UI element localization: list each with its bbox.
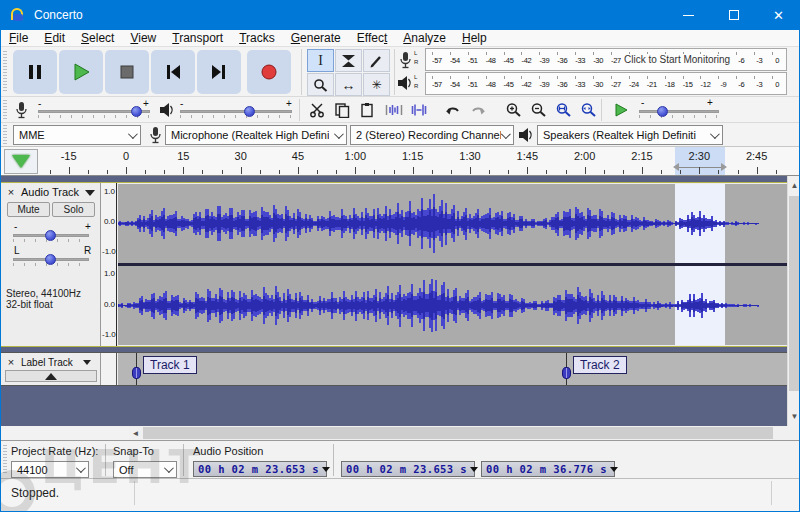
skip-to-end-button[interactable] [197, 50, 241, 94]
solo-button[interactable]: Solo [52, 202, 95, 217]
menu-help[interactable]: Help [454, 30, 495, 47]
menu-select[interactable]: Select [73, 30, 122, 47]
project-rate-select[interactable]: 44100 [11, 461, 89, 478]
mute-button[interactable]: Mute [7, 202, 50, 217]
record-volume-knob[interactable] [131, 106, 142, 117]
menu-file[interactable]: File [1, 30, 36, 47]
recording-channels-select[interactable]: 2 (Stereo) Recording Channels [350, 125, 514, 145]
cut-button[interactable] [305, 99, 329, 121]
record-button[interactable] [247, 50, 291, 94]
zoom-tool-button[interactable] [307, 73, 334, 96]
menu-transport[interactable]: Transport [164, 30, 231, 47]
menu-effect[interactable]: Effect [349, 30, 395, 47]
skip-to-start-button[interactable] [151, 50, 195, 94]
scroll-left-icon[interactable]: ◄ [129, 426, 142, 440]
horizontal-scroll-thumb[interactable] [143, 427, 773, 439]
time-shift-tool-button[interactable]: ↔ [335, 73, 362, 96]
redo-button[interactable] [466, 99, 490, 121]
timebox-dropdown-icon[interactable] [610, 467, 618, 472]
title-bar[interactable]: Concerto ✕ [1, 0, 800, 30]
audio-position-display[interactable]: 00 h 02 m 23.653 s [193, 461, 327, 477]
menu-generate[interactable]: Generate [283, 30, 349, 47]
selection-tool-button[interactable]: I [307, 49, 334, 72]
play-speed-slider[interactable] [639, 110, 719, 113]
waveform-area[interactable] [118, 184, 787, 345]
track-menu-arrow-icon[interactable] [85, 190, 95, 196]
draw-tool-button[interactable] [363, 49, 390, 72]
paste-button[interactable] [355, 99, 379, 121]
timeline-play-region-button[interactable] [4, 149, 38, 174]
selbar-grip[interactable] [3, 445, 7, 475]
zoom-out-button[interactable] [526, 99, 550, 121]
vertical-scroll-thumb[interactable] [789, 196, 800, 391]
label-text-box[interactable]: Track 1 [143, 356, 197, 374]
snap-to-select[interactable]: Off [113, 461, 177, 478]
menu-edit[interactable]: Edit [36, 30, 73, 47]
maximize-button[interactable] [711, 0, 756, 30]
stop-button[interactable] [105, 50, 149, 94]
label-track-name-menu[interactable]: Label Track [21, 357, 73, 368]
menu-analyze[interactable]: Analyze [395, 30, 454, 47]
pan-knob[interactable] [45, 254, 56, 265]
play-speed-knob[interactable] [657, 106, 668, 117]
zoom-in-button[interactable] [501, 99, 525, 121]
timeline-tick-label: 2:00 [574, 150, 595, 162]
chevron-down-icon [710, 129, 720, 139]
copy-button[interactable] [330, 99, 354, 121]
audio-host-select[interactable]: MME [13, 125, 141, 145]
track-name-menu[interactable]: Audio Track [21, 186, 79, 198]
close-button[interactable]: ✕ [756, 0, 800, 30]
monitoring-overlay[interactable]: Click to Start Monitoring [621, 54, 733, 65]
label-flag-icon[interactable] [132, 367, 141, 379]
collapse-track-button[interactable] [5, 370, 97, 382]
trim-audio-button[interactable] [382, 99, 406, 121]
pause-button[interactable] [13, 50, 57, 94]
fit-selection-button[interactable] [551, 99, 575, 121]
play-button[interactable] [59, 50, 103, 94]
recording-device-select[interactable]: Microphone (Realtek High Defini [165, 125, 347, 145]
recording-meter[interactable]: -57-54-51-48-45-42-39-36-33-30-27-24-21-… [425, 48, 787, 71]
play-at-speed-button[interactable] [609, 99, 633, 121]
timeline-tick-label: 45 [292, 150, 304, 162]
timeline-ruler[interactable]: -1501530451:001:151:301:452:002:152:302:… [1, 147, 799, 176]
minimize-button[interactable] [666, 0, 711, 30]
close-track-button[interactable]: × [5, 186, 17, 198]
waveform-channel-2 [118, 266, 787, 345]
timebox-dropdown-icon[interactable] [470, 467, 478, 472]
undo-button[interactable] [441, 99, 465, 121]
horizontal-scrollbar[interactable]: ◄ [129, 426, 787, 440]
vertical-scrollbar[interactable]: ▲ ▼ [787, 176, 800, 426]
multi-tool-button[interactable]: ✳ [363, 73, 390, 96]
transport-grip[interactable] [3, 51, 7, 93]
status-bar: Stopped. [1, 478, 799, 511]
timeline-tick-label: 2:30 [689, 150, 710, 162]
play-volume-slider[interactable] [180, 110, 292, 113]
vertical-ruler-ch1[interactable]: 1.0 0.0 -1.0 1.0 0.0 -1.0 [101, 183, 117, 346]
selection-end-display[interactable]: 00 h 02 m 36.776 s [481, 461, 615, 477]
selection-start-display[interactable]: 00 h 02 m 23.653 s [341, 461, 475, 477]
label-track-content[interactable]: Track 1Track 2 [118, 353, 787, 385]
envelope-tool-button[interactable] [335, 49, 362, 72]
app-icon [10, 7, 26, 23]
scroll-up-icon[interactable]: ▲ [788, 178, 800, 193]
playback-device-select[interactable]: Speakers (Realtek High Definiti [537, 125, 723, 145]
playback-meter[interactable]: -57-54-51-48-45-42-39-36-33-30-27-24-21-… [425, 72, 787, 95]
label-flag-icon[interactable] [562, 367, 571, 379]
chevron-down-icon [128, 129, 138, 139]
label-track-menu-arrow-icon[interactable] [83, 360, 91, 365]
scrollbar-corner [787, 426, 800, 440]
label-text-box[interactable]: Track 2 [573, 356, 627, 374]
gain-knob[interactable] [45, 230, 56, 241]
menu-view[interactable]: View [122, 30, 164, 47]
close-label-track-button[interactable]: × [5, 356, 17, 368]
scroll-down-icon[interactable]: ▼ [788, 409, 800, 424]
timebox-dropdown-icon[interactable] [322, 467, 330, 472]
device-grip[interactable] [3, 125, 7, 145]
play-icon [71, 62, 91, 82]
play-volume-knob[interactable] [244, 106, 255, 117]
snap-to-label: Snap-To [113, 445, 154, 457]
silence-audio-button[interactable] [407, 99, 431, 121]
fit-project-button[interactable] [576, 99, 600, 121]
mixer-grip[interactable] [3, 100, 7, 120]
menu-tracks[interactable]: Tracks [231, 30, 283, 47]
